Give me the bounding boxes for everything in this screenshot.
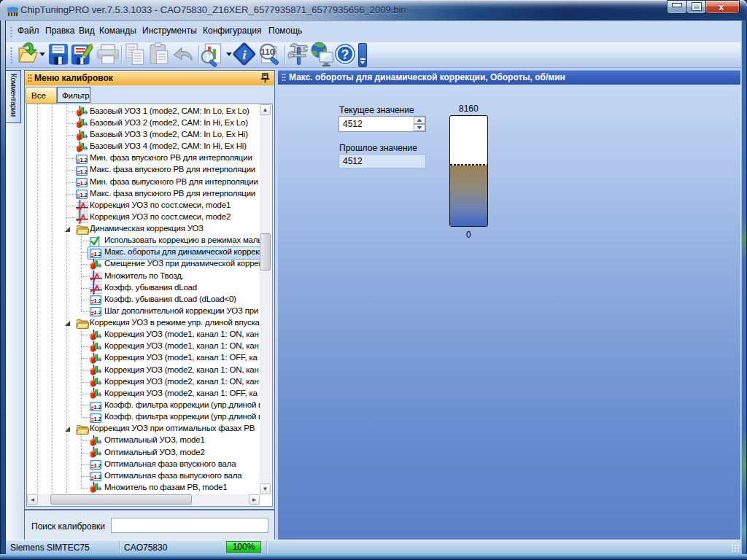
svg-text:?: ? bbox=[341, 47, 349, 62]
svg-text:1.2: 1.2 bbox=[94, 251, 102, 257]
svg-text:i: i bbox=[243, 47, 247, 62]
svg-text:1.2: 1.2 bbox=[94, 474, 102, 481]
svg-text:1.2: 1.2 bbox=[94, 310, 102, 316]
svg-text:1.2: 1.2 bbox=[94, 298, 102, 305]
svg-text:1.2: 1.2 bbox=[94, 416, 102, 422]
svg-text:110: 110 bbox=[260, 47, 274, 56]
svg-text:1.2: 1.2 bbox=[94, 404, 102, 411]
svg-text:1.2: 1.2 bbox=[80, 168, 88, 175]
svg-text:1.2: 1.2 bbox=[80, 180, 88, 187]
svg-text:1.2: 1.2 bbox=[94, 462, 102, 469]
svg-text:1.2: 1.2 bbox=[80, 192, 88, 198]
svg-text:1.2: 1.2 bbox=[80, 157, 88, 163]
